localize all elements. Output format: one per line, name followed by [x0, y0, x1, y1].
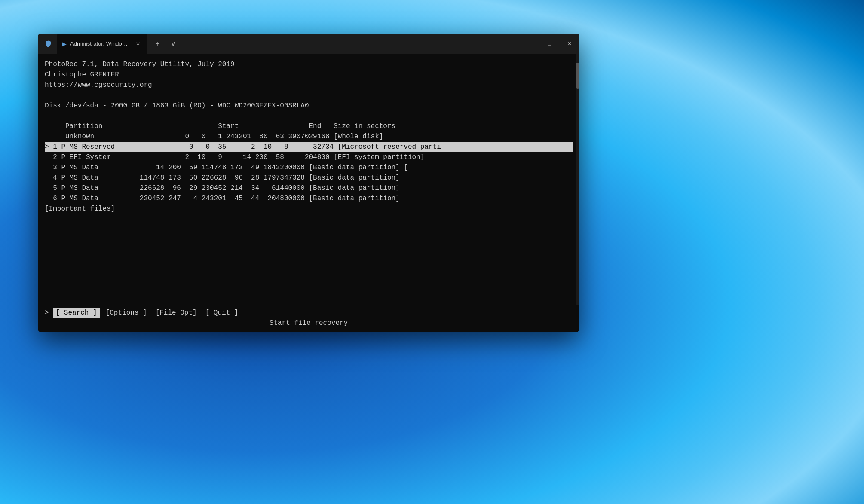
minimize-button[interactable]: —: [520, 34, 540, 54]
terminal-output: PhotoRec 7.1, Data Recovery Utility, Jul…: [45, 59, 573, 214]
tab-actions: + ∨: [147, 37, 184, 51]
quit-button[interactable]: [ Quit ]: [203, 308, 241, 318]
title-bar: ▶ Administrator: Windows Powe ✕ + ∨ — □ …: [38, 34, 579, 54]
window-controls: — □ ✕: [520, 34, 579, 54]
options-button[interactable]: [Options ]: [103, 308, 150, 318]
file-opt-button[interactable]: [File Opt]: [153, 308, 199, 318]
terminal-bottom-menu: > [ Search ] [Options ] [File Opt] [ Qui…: [38, 305, 579, 332]
status-line: Start file recovery: [45, 319, 573, 327]
scrollbar-thumb: [576, 63, 579, 89]
maximize-button[interactable]: □: [540, 34, 560, 54]
bottom-buttons-row: > [ Search ] [Options ] [File Opt] [ Qui…: [45, 308, 573, 318]
scrollbar[interactable]: [576, 54, 579, 305]
powershell-icon: ▶: [62, 40, 67, 47]
tab-dropdown-button[interactable]: ∨: [166, 37, 180, 51]
shield-icon: [44, 40, 52, 48]
tab-title: Administrator: Windows Powe: [70, 40, 130, 47]
close-button[interactable]: ✕: [560, 34, 579, 54]
terminal-content: PhotoRec 7.1, Data Recovery Utility, Jul…: [38, 54, 579, 305]
active-tab[interactable]: ▶ Administrator: Windows Powe ✕: [57, 34, 147, 54]
search-button[interactable]: [ Search ]: [53, 308, 100, 318]
shield-button[interactable]: [40, 34, 57, 54]
tab-list: ▶ Administrator: Windows Powe ✕ + ∨: [38, 34, 520, 54]
tab-close-button[interactable]: ✕: [134, 40, 142, 48]
prompt-arrow: >: [45, 309, 49, 317]
terminal-window: ▶ Administrator: Windows Powe ✕ + ∨ — □ …: [38, 34, 579, 332]
new-tab-button[interactable]: +: [151, 37, 165, 51]
